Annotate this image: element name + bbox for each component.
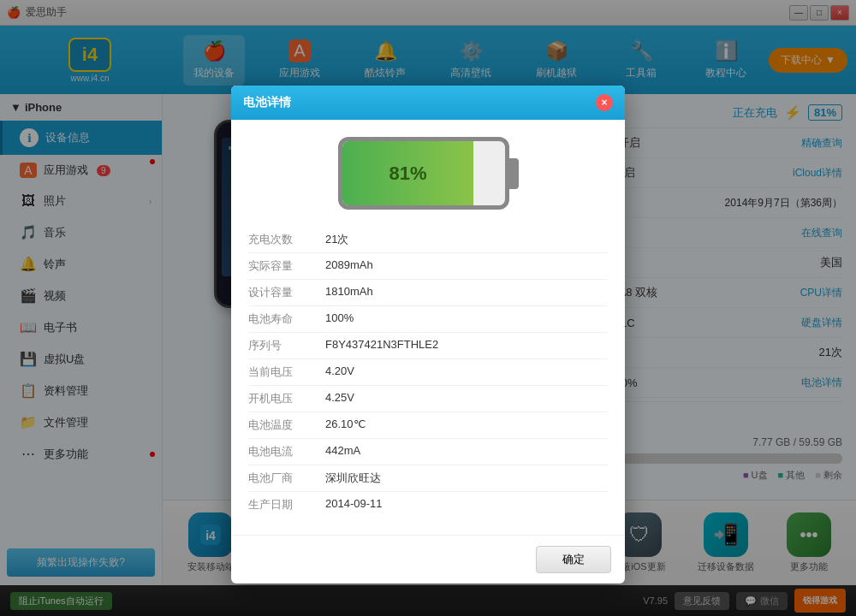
modal-row-boot-voltage: 开机电压 4.25V xyxy=(248,386,608,412)
battery-detail-modal: 电池详情 × 81% 充电次数 xyxy=(231,86,625,583)
modal-value-batt-life: 100% xyxy=(325,311,608,327)
modal-value-curr-volt: 4.20V xyxy=(325,364,608,380)
modal-close-btn[interactable]: × xyxy=(596,94,613,111)
modal-label-actual-cap: 实际容量 xyxy=(248,258,325,274)
modal-value-boot-volt: 4.25V xyxy=(325,391,608,406)
modal-header: 电池详情 × xyxy=(231,86,625,120)
modal-row-design-capacity: 设计容量 1810mAh xyxy=(248,280,608,306)
modal-row-charge-count: 充电次数 21次 xyxy=(248,227,608,253)
modal-label-temp: 电池温度 xyxy=(248,418,325,433)
battery-shell: 81% xyxy=(338,137,509,210)
modal-label-serial: 序列号 xyxy=(248,338,325,353)
modal-title: 电池详情 xyxy=(243,95,291,110)
battery-fill: 81% xyxy=(342,141,474,205)
modal-row-actual-capacity: 实际容量 2089mAh xyxy=(248,253,608,280)
modal-label-mfr: 电池厂商 xyxy=(248,471,325,486)
battery-visual-container: 81% xyxy=(248,137,608,210)
battery-graphic: 81% xyxy=(338,137,519,210)
modal-label-curr-volt: 当前电压 xyxy=(248,364,325,380)
battery-fill-percent: 81% xyxy=(389,163,426,185)
modal-value-prod-date: 2014-09-11 xyxy=(325,497,608,512)
modal-value-actual-cap: 2089mAh xyxy=(325,258,608,274)
modal-row-current: 电池电流 442mA xyxy=(248,439,608,465)
modal-label-current: 电池电流 xyxy=(248,444,325,459)
confirm-button[interactable]: 确定 xyxy=(536,546,611,573)
modal-footer: 确定 xyxy=(231,535,625,583)
modal-value-current: 442mA xyxy=(325,444,608,459)
modal-value-mfr: 深圳欣旺达 xyxy=(325,471,608,486)
modal-data-table: 充电次数 21次 实际容量 2089mAh 设计容量 1810mAh 电池寿命 … xyxy=(248,227,608,518)
modal-label-design-cap: 设计容量 xyxy=(248,285,325,300)
modal-row-prod-date: 生产日期 2014-09-11 xyxy=(248,492,608,518)
modal-label-prod-date: 生产日期 xyxy=(248,497,325,512)
modal-value-charge-count: 21次 xyxy=(325,232,608,247)
modal-value-serial: F8Y437421N3FTHLE2 xyxy=(325,338,608,353)
modal-row-current-voltage: 当前电压 4.20V xyxy=(248,359,608,386)
modal-row-manufacturer: 电池厂商 深圳欣旺达 xyxy=(248,465,608,492)
battery-terminal xyxy=(508,158,519,189)
modal-overlay: 电池详情 × 81% 充电次数 xyxy=(0,0,856,616)
modal-label-batt-life: 电池寿命 xyxy=(248,311,325,327)
modal-label-boot-volt: 开机电压 xyxy=(248,391,325,406)
modal-row-serial: 序列号 F8Y437421N3FTHLE2 xyxy=(248,333,608,359)
close-icon: × xyxy=(601,97,607,109)
modal-body: 81% 充电次数 21次 实际容量 2089mAh 设计容量 xyxy=(231,120,625,535)
modal-row-temperature: 电池温度 26.10℃ xyxy=(248,412,608,439)
modal-value-temp: 26.10℃ xyxy=(325,418,608,433)
modal-value-design-cap: 1810mAh xyxy=(325,285,608,300)
modal-row-battery-life: 电池寿命 100% xyxy=(248,306,608,333)
modal-label-charge-count: 充电次数 xyxy=(248,232,325,247)
